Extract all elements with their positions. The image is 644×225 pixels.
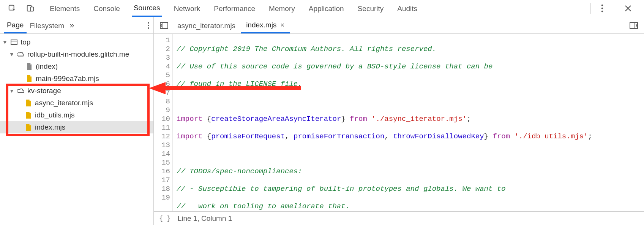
close-icon[interactable] (623, 3, 633, 14)
svg-point-5 (601, 11, 603, 13)
kebab-menu-icon[interactable] (597, 3, 608, 14)
tab-memory[interactable]: Memory (267, 1, 297, 16)
tree-label: index.mjs (35, 123, 65, 132)
tree-node-file-selected[interactable]: index.mjs (0, 121, 153, 133)
tree-label: main-999ea7ab.mjs (36, 74, 99, 83)
tree-node-kv-storage[interactable]: ▼ kv-storage (0, 85, 153, 97)
navigator-tabbar: Page Filesystem » (0, 17, 153, 34)
pretty-print-icon[interactable]: { } (159, 215, 171, 222)
toggle-navigator-icon[interactable] (158, 20, 170, 31)
svg-point-3 (601, 5, 603, 6)
code-content: // Copyright 2019 The Chromium Authors. … (173, 34, 596, 211)
cloud-icon (17, 51, 24, 58)
tab-performance[interactable]: Performance (212, 1, 257, 16)
tree-label: (index) (36, 62, 58, 71)
tab-network[interactable]: Network (172, 1, 202, 16)
window-icon (11, 39, 17, 46)
chevron-down-icon: ▼ (9, 51, 14, 57)
tab-sources[interactable]: Sources (132, 0, 162, 17)
tree-node-file[interactable]: async_iterator.mjs (0, 97, 153, 109)
cloud-icon (17, 87, 24, 94)
svg-rect-9 (11, 40, 17, 44)
device-toggle-icon[interactable] (25, 3, 36, 14)
tree-label: rollup-built-in-modules.glitch.me (27, 50, 129, 59)
toolbar-separator (590, 3, 591, 14)
close-icon[interactable]: × (280, 21, 284, 29)
tree-label: async_iterator.mjs (35, 99, 93, 107)
file-tree: ▼ top ▼ rollup-built-in-modules.glitch.m… (0, 34, 153, 225)
tree-node-file[interactable]: idb_utils.mjs (0, 109, 153, 121)
inspect-icon[interactable] (7, 3, 17, 14)
tab-security[interactable]: Security (356, 1, 385, 16)
navigator-tab-page[interactable]: Page (4, 17, 27, 33)
navigator-kebab-icon[interactable] (147, 22, 150, 29)
editor-statusbar: { } Line 1, Column 1 (154, 211, 644, 225)
file-icon (25, 100, 32, 106)
editor-tab-index[interactable]: index.mjs × (241, 17, 290, 33)
tab-elements[interactable]: Elements (48, 1, 81, 16)
cursor-position: Line 1, Column 1 (178, 214, 232, 223)
file-icon (25, 112, 32, 119)
code-editor[interactable]: 12345678910111213141516171819 // Copyrig… (154, 34, 644, 211)
tree-node-file[interactable]: main-999ea7ab.mjs (0, 73, 153, 85)
tree-node-top[interactable]: ▼ top (0, 36, 153, 48)
svg-rect-2 (30, 7, 33, 11)
toolbar-separator (42, 3, 42, 14)
chevron-down-icon: ▼ (2, 39, 8, 45)
navigator-sidebar: Page Filesystem » ▼ top ▼ rollup-built-i… (0, 17, 154, 225)
toggle-debugger-icon[interactable] (628, 20, 639, 31)
tab-application[interactable]: Application (307, 1, 346, 16)
svg-point-6 (148, 22, 149, 24)
navigator-tab-filesystem[interactable]: Filesystem (27, 18, 67, 33)
editor-tabbar: async_iterator.mjs index.mjs × (154, 17, 644, 34)
file-icon (25, 124, 32, 131)
editor-tab-label: async_iterator.mjs (177, 22, 235, 30)
line-gutter: 12345678910111213141516171819 (154, 34, 173, 211)
svg-point-7 (148, 25, 149, 26)
svg-point-4 (601, 8, 603, 10)
editor-tab-label: index.mjs (246, 21, 276, 29)
tree-label: top (21, 38, 30, 46)
svg-point-8 (148, 27, 149, 29)
editor-pane: async_iterator.mjs index.mjs × 123456789… (154, 17, 644, 225)
tree-label: idb_utils.mjs (35, 111, 75, 119)
tab-console[interactable]: Console (92, 1, 122, 16)
tree-node-file[interactable]: (index) (0, 60, 153, 73)
editor-tab-async-iterator[interactable]: async_iterator.mjs (172, 18, 241, 33)
file-icon (26, 75, 33, 82)
devtools-toolbar: Elements Console Sources Network Perform… (0, 0, 644, 17)
chevron-down-icon: ▼ (9, 88, 14, 94)
tree-node-domain[interactable]: ▼ rollup-built-in-modules.glitch.me (0, 48, 153, 60)
navigator-tabs-overflow[interactable]: » (69, 21, 74, 30)
panel-tabbar: Elements Console Sources Network Perform… (48, 0, 588, 17)
tree-label: kv-storage (27, 87, 61, 95)
tab-audits[interactable]: Audits (396, 1, 419, 16)
document-icon (26, 63, 33, 70)
